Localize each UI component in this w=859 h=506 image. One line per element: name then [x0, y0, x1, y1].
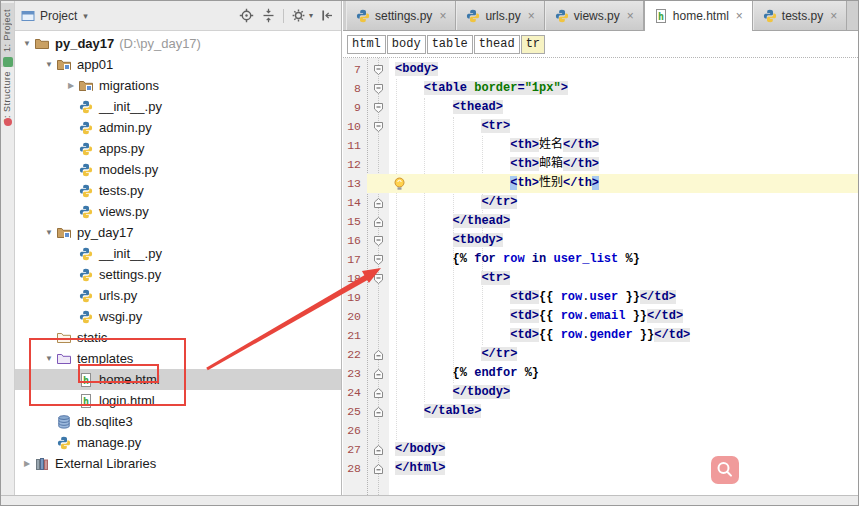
fold-open-icon[interactable] [367, 269, 389, 288]
tree-item-py-day17[interactable]: ▼py_day17 [15, 222, 341, 243]
tab-home-html[interactable]: hhome.html× [644, 1, 753, 31]
tab-tests-py[interactable]: tests.py× [753, 1, 847, 30]
close-icon[interactable]: × [627, 9, 634, 23]
folder-hollow-icon [57, 331, 76, 345]
tree-item-home-html[interactable]: hhome.html [15, 369, 341, 390]
magnifier-icon[interactable] [711, 456, 739, 484]
breadcrumb-thead[interactable]: thead [474, 35, 520, 54]
code-line-25[interactable]: 25 </table> [343, 402, 858, 421]
code-line-18[interactable]: 18 <tr> [343, 269, 858, 288]
tree-item-admin-py[interactable]: admin.py [15, 117, 341, 138]
code-line-19[interactable]: 19 <td>{{ row.user }}</td> [343, 288, 858, 307]
tab-urls-py[interactable]: urls.py× [456, 1, 544, 30]
code-token: endfor [474, 366, 517, 380]
breadcrumb-table[interactable]: table [427, 35, 473, 54]
code-line-27[interactable]: 27</body> [343, 440, 858, 459]
fold-close-icon[interactable] [367, 193, 389, 212]
tree-item-external-libraries[interactable]: ▶External Libraries [15, 453, 341, 474]
chevron-right-icon[interactable]: ▶ [19, 459, 35, 468]
tree-item-tests-py[interactable]: tests.py [15, 180, 341, 201]
fold-open-icon[interactable] [367, 250, 389, 269]
code-line-24[interactable]: 24 </tbody> [343, 383, 858, 402]
fold-close-icon[interactable] [367, 459, 389, 478]
chevron-down-icon[interactable]: ▼ [41, 228, 57, 237]
code-line-7[interactable]: 7<body> [343, 60, 858, 79]
close-icon[interactable]: × [736, 9, 743, 23]
code-line-16[interactable]: 16 <tbody> [343, 231, 858, 250]
close-icon[interactable]: × [830, 9, 837, 23]
tree-item-static[interactable]: static [15, 327, 341, 348]
close-icon[interactable]: × [439, 9, 446, 23]
code-token: }} [618, 290, 640, 304]
tree-item-migrations[interactable]: ▶migrations [15, 75, 341, 96]
code-line-23[interactable]: 23 {% endfor %} [343, 364, 858, 383]
python-file-icon [79, 268, 98, 282]
tree-item-manage-py[interactable]: manage.py [15, 432, 341, 453]
strip-item-project[interactable]: 1: Project [2, 9, 12, 52]
tree-item-db-sqlite3[interactable]: db.sqlite3 [15, 411, 341, 432]
project-panel-title[interactable]: Project [40, 9, 77, 23]
breadcrumb-body[interactable]: body [387, 35, 426, 54]
fold-close-icon[interactable] [367, 345, 389, 364]
fold-open-icon[interactable] [367, 60, 389, 79]
tree-item--init-py[interactable]: __init__.py [15, 243, 341, 264]
tree-item-templates[interactable]: ▼templates [15, 348, 341, 369]
tree-item-login-html[interactable]: hlogin.html [15, 390, 341, 411]
fold-open-icon[interactable] [367, 98, 389, 117]
tree-item-wsgi-py[interactable]: wsgi.py [15, 306, 341, 327]
tree-item-apps-py[interactable]: apps.py [15, 138, 341, 159]
line-number: 17 [343, 250, 367, 269]
code-line-9[interactable]: 9 <thead> [343, 98, 858, 117]
code-line-body: <td>{{ row.email }}</td> [367, 307, 858, 326]
code-line-10[interactable]: 10 <tr> [343, 117, 858, 136]
python-file-icon [79, 163, 98, 177]
tree-item--init-py[interactable]: __init__.py [15, 96, 341, 117]
code-line-8[interactable]: 8 <table border="1px"> [343, 79, 858, 98]
code-line-15[interactable]: 15 </thead> [343, 212, 858, 231]
close-icon[interactable]: × [528, 9, 535, 23]
chevron-right-icon[interactable]: ▶ [63, 81, 79, 90]
chevron-down-icon[interactable]: ▼ [41, 60, 57, 69]
tree-item-app01[interactable]: ▼app01 [15, 54, 341, 75]
code-line-13[interactable]: 13 <th>性别</th> [343, 174, 858, 193]
tab-views-py[interactable]: views.py× [545, 1, 644, 30]
code-line-22[interactable]: 22 </tr> [343, 345, 858, 364]
breadcrumb-html[interactable]: html [347, 35, 386, 54]
structure-strip-icon[interactable] [3, 113, 13, 131]
code-line-11[interactable]: 11 <th>姓名</th> [343, 136, 858, 155]
code-line-28[interactable]: 28</html> [343, 459, 858, 478]
chevron-down-icon[interactable]: ▾ [83, 11, 88, 21]
locate-icon[interactable] [239, 8, 254, 23]
tree-item-urls-py[interactable]: urls.py [15, 285, 341, 306]
code-line-17[interactable]: 17 {% for row in user_list %} [343, 250, 858, 269]
fold-open-icon[interactable] [367, 231, 389, 250]
collapse-all-icon[interactable] [261, 8, 276, 23]
editor-code-area[interactable]: 7<body>8 <table border="1px">9 <thead>10… [343, 58, 858, 495]
fold-close-icon[interactable] [367, 440, 389, 459]
fold-close-icon[interactable] [367, 364, 389, 383]
fold-close-icon[interactable] [367, 212, 389, 231]
code-line-21[interactable]: 21 <td>{{ row.gender }}</td> [343, 326, 858, 345]
code-token [395, 195, 481, 209]
chevron-down-icon[interactable]: ▼ [41, 354, 57, 363]
settings-gear-icon[interactable] [291, 8, 306, 23]
chevron-down-icon[interactable]: ▼ [19, 39, 35, 48]
tab-settings-py[interactable]: settings.py× [346, 1, 456, 30]
breadcrumb-tr[interactable]: tr [521, 35, 545, 54]
hide-panel-icon[interactable] [320, 8, 335, 23]
code-line-14[interactable]: 14 </tr> [343, 193, 858, 212]
fold-close-icon[interactable] [367, 402, 389, 421]
code-line-26[interactable]: 26 [343, 421, 858, 440]
project-strip-icon[interactable] [3, 53, 13, 71]
code-line-20[interactable]: 20 <td>{{ row.email }}</td> [343, 307, 858, 326]
code-line-body: <tr> [367, 269, 858, 288]
tree-item-py-day17[interactable]: ▼py_day17(D:\py_day17) [15, 33, 341, 54]
tree-item-views-py[interactable]: views.py [15, 201, 341, 222]
code-token: <tbody> [453, 233, 503, 247]
code-line-12[interactable]: 12 <th>邮箱</th> [343, 155, 858, 174]
tree-item-models-py[interactable]: models.py [15, 159, 341, 180]
tree-item-settings-py[interactable]: settings.py [15, 264, 341, 285]
fold-close-icon[interactable] [367, 383, 389, 402]
fold-open-icon[interactable] [367, 79, 389, 98]
fold-open-icon[interactable] [367, 117, 389, 136]
